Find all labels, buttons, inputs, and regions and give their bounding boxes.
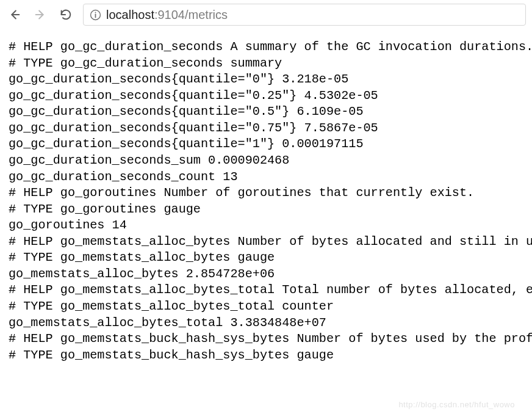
reload-button[interactable] [57,6,74,23]
back-button[interactable] [6,6,23,23]
svg-point-4 [95,12,96,13]
arrow-right-icon [34,8,47,21]
address-bar[interactable]: localhost:9104/metrics [83,4,526,26]
info-icon[interactable] [90,9,101,21]
reload-icon [59,8,73,21]
url-host: localhost [106,8,154,21]
url-port: :9104 [154,8,185,21]
browser-toolbar: localhost:9104/metrics [0,0,532,32]
metrics-output: # HELP go_gc_duration_seconds A summary … [0,32,532,363]
url-path: /metrics [185,8,228,21]
watermark-text: http://blog.csdn.net/hfut_wowo [398,400,515,409]
arrow-left-icon [8,8,21,21]
url-display: localhost:9104/metrics [106,8,228,22]
forward-button[interactable] [32,6,49,23]
